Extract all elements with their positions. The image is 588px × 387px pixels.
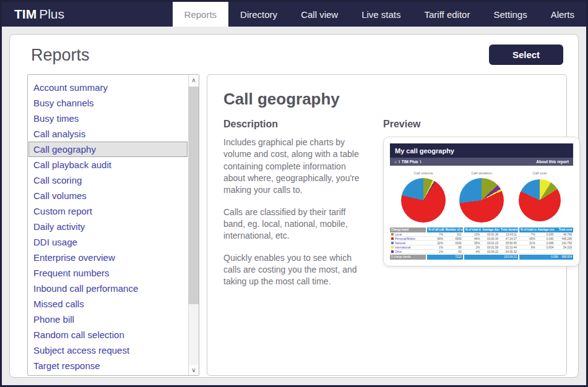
table-cell: 60 <box>444 250 463 253</box>
report-list-item[interactable]: Busy times <box>28 111 188 126</box>
table-cell: 69% <box>426 237 444 240</box>
report-list-item[interactable]: Inbound call performance <box>28 281 188 296</box>
table-cell: 46.786 <box>555 232 573 236</box>
select-button[interactable]: Select <box>489 45 563 65</box>
report-list-item-label: Daily activity <box>33 221 85 232</box>
table-cell: - <box>555 250 573 253</box>
report-list-item[interactable]: Daily activity <box>28 219 188 234</box>
table-cell: 1600 <box>444 241 463 245</box>
column-header: Total duration <box>499 228 518 232</box>
table-cell: 0.095 <box>537 232 555 236</box>
nav-tab[interactable]: Live stats <box>350 2 412 27</box>
report-list-item-label: DDI usage <box>33 237 77 247</box>
app-window: TIM Plus Reports Directory Call view Liv… <box>0 0 588 387</box>
table-cell: 54.316 <box>555 245 573 249</box>
charge-band-table: Charge band % of all calls Number of cal… <box>390 228 573 260</box>
pie-charts-row: Call volume Call duration Call cost <box>390 166 573 227</box>
report-title: Call geography <box>223 90 550 109</box>
table-cell: 00:01:58 <box>481 245 499 249</box>
nav-tab[interactable]: Tariff editor <box>413 2 482 27</box>
scrollbar-up-icon[interactable]: ∧ <box>189 75 199 85</box>
table-cell: 00:01:36 <box>481 232 499 236</box>
table-cell: - <box>537 250 555 253</box>
report-list-item[interactable]: Call volumes <box>28 188 188 203</box>
report-detail-panel: Call geography Description Includes grap… <box>207 74 567 376</box>
column-header: Average duration <box>481 228 499 232</box>
report-list-item[interactable]: Call playback audit <box>28 157 188 172</box>
nav-tab[interactable]: Directory <box>228 2 289 27</box>
table-cell: 0.090 <box>537 237 555 240</box>
breadcrumb: ⌂ \ TIM Plus \ <box>394 159 421 164</box>
table-cell: 04:35:32 <box>499 250 518 253</box>
table-cell: 13% <box>463 232 482 236</box>
table-row: Other 1% 60 4% 00:04:22 04:35:32 - - <box>390 250 573 254</box>
breadcrumb-separator: \ <box>420 159 421 164</box>
list-scrollbar[interactable]: ∧ ∨ <box>188 75 199 375</box>
scrollbar-track[interactable] <box>189 304 199 365</box>
report-list-item[interactable]: Random call selection <box>28 327 188 342</box>
table-cell: 141.750 <box>555 241 573 245</box>
nav-tabs: Reports Directory Call view Live stats T… <box>173 2 586 27</box>
scrollbar-thumb[interactable] <box>189 87 199 304</box>
report-list-item-label: Call scoring <box>33 175 82 185</box>
charge-band-swatch <box>391 233 394 236</box>
report-list-item[interactable]: Account summary <box>28 80 188 95</box>
report-list-item[interactable]: Call scoring <box>28 172 188 188</box>
table-cell: 13:43:11 <box>499 232 518 236</box>
preview-heading: Preview <box>383 119 580 130</box>
table-row: National 22% 1600 35% 00:01:23 35:50:45 … <box>390 241 573 245</box>
table-cell: 47:14:27 <box>499 237 518 240</box>
report-list-item[interactable]: Call geography <box>28 142 188 157</box>
breadcrumb-separator: \ <box>399 159 400 164</box>
report-list-item[interactable]: Custom report <box>28 203 188 219</box>
brand-logo: TIM Plus <box>2 2 64 27</box>
report-list-item[interactable]: Call analysis <box>28 126 188 142</box>
reports-card: Reports Select Account summary Busy chan… <box>9 34 579 378</box>
report-list-item-label: Frequent numbers <box>33 268 110 278</box>
nav-tab-label: Settings <box>493 9 527 20</box>
table-cell: 00:00:34 <box>481 237 499 240</box>
report-list-item-label: Call volumes <box>33 190 87 201</box>
nav-tab-label: Call view <box>301 9 338 20</box>
nav-tab[interactable]: Reports <box>173 2 229 27</box>
nav-tab-label: Alerts <box>551 9 574 20</box>
report-list-item[interactable]: Subject access request <box>28 342 188 358</box>
report-list-item-label: Account summary <box>33 82 108 93</box>
table-cell: 1% <box>426 250 444 253</box>
report-list: Account summary Busy channels Busy times… <box>28 75 188 375</box>
column-header: Number of calls <box>444 228 463 232</box>
charge-band-swatch <box>391 242 394 244</box>
preview-report-title: My call geography <box>390 143 573 158</box>
report-list-item[interactable]: Missed calls <box>28 296 188 312</box>
report-list-item-label: Enterprise overview <box>33 252 115 263</box>
footer-average-cost: 0.098 <box>551 255 558 260</box>
charge-band-swatch <box>391 237 394 240</box>
report-list-item-label: Missed calls <box>33 299 84 309</box>
report-list-item-label: Busy times <box>33 113 79 124</box>
column-header: Total cost <box>555 228 573 232</box>
nav-tab[interactable]: Settings <box>482 2 538 27</box>
nav-tab[interactable]: Alerts <box>539 2 586 27</box>
nav-tab[interactable]: Call view <box>289 2 350 27</box>
report-list-item[interactable]: Phone bill <box>28 312 188 327</box>
description-paragraphs: Includes graphical pie charts by volume … <box>223 137 367 287</box>
page-title: Reports <box>31 46 90 65</box>
table-body: Local 7% 511 13% 00:01:36 13:43:11 7% 0.… <box>390 232 573 254</box>
report-list-item-label: Call playback audit <box>33 159 111 170</box>
report-list-item-label: Phone bill <box>33 314 74 325</box>
report-list-item[interactable]: DDI usage <box>28 234 188 250</box>
report-list-item-label: Call geography <box>33 144 96 155</box>
footer-cost-totals: 0.098 688.954 <box>519 255 573 260</box>
report-list-item[interactable]: Target response <box>28 358 188 373</box>
scrollbar-down-icon[interactable]: ∨ <box>189 365 199 375</box>
report-list-item-label: Random call selection <box>33 330 124 340</box>
charge-band-swatch <box>391 246 394 249</box>
report-list-item[interactable]: Frequent numbers <box>28 265 188 281</box>
report-list-item[interactable]: Busy channels <box>28 95 188 111</box>
nav-tab-label: Tariff editor <box>425 9 470 20</box>
table-cell: 511 <box>444 232 463 236</box>
table-cell: 35:50:45 <box>499 241 518 245</box>
report-list-item-label: Call analysis <box>33 129 85 139</box>
report-list-item[interactable]: Enterprise overview <box>28 250 188 265</box>
pie-label: Call cost <box>532 171 547 175</box>
